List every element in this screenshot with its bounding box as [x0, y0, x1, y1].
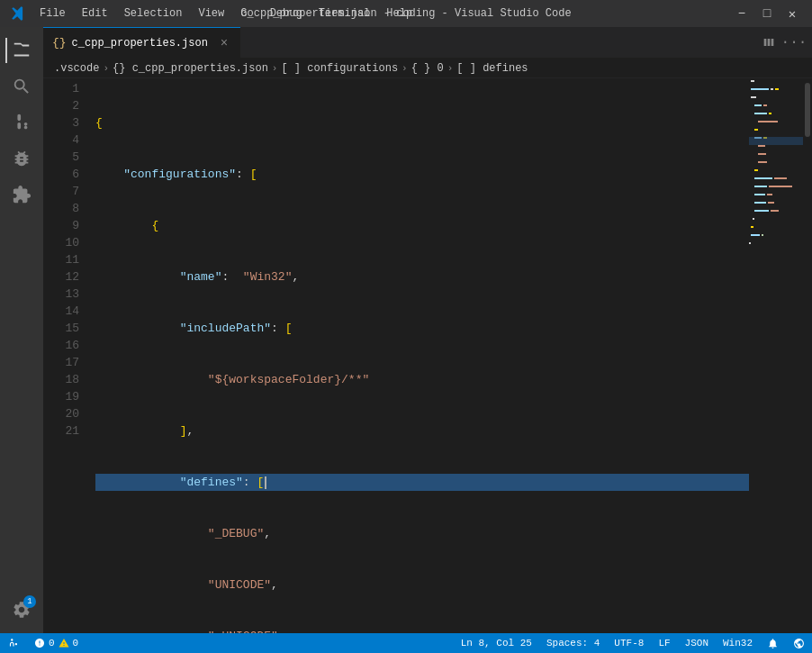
code-line-6: "${workspaceFolder}/**" [95, 371, 749, 388]
status-left: 0 0 [0, 633, 86, 653]
status-notifications-bell[interactable] [760, 633, 786, 653]
tab-label: c_cpp_properties.json [72, 37, 208, 50]
split-editor-button[interactable] [758, 32, 780, 53]
source-control-icon[interactable] [5, 106, 38, 139]
breadcrumb-sep-2: › [272, 63, 278, 74]
files-icon[interactable] [5, 34, 38, 67]
tab-bar-actions: ··· [758, 27, 812, 58]
code-line-5: "includePath": [ [95, 320, 749, 337]
code-line-7: ], [95, 422, 749, 440]
status-language[interactable]: JSON [678, 633, 716, 653]
maximize-button[interactable]: □ [756, 6, 778, 21]
breadcrumb-sep-1: › [103, 63, 109, 74]
more-actions-button[interactable]: ··· [783, 32, 805, 53]
tab-c-cpp-properties[interactable]: {} c_cpp_properties.json × [43, 27, 240, 58]
code-line-11: "_UNICODE" [95, 628, 749, 633]
editor-content[interactable]: 1 2 3 4 5 6 7 8 9 10 11 12 13 14 15 16 1… [43, 78, 812, 633]
close-button[interactable]: ✕ [781, 6, 803, 21]
title-bar-right: − □ ✕ [731, 6, 803, 21]
status-encoding[interactable]: UTF-8 [607, 633, 651, 653]
code-line-3: { [95, 217, 749, 234]
encoding-label: UTF-8 [614, 638, 644, 648]
title-bar: File Edit Selection View Go Debug Termin… [0, 0, 812, 27]
cursor-position-label: Ln 8, Col 25 [461, 638, 532, 648]
breadcrumb-sep-3: › [401, 63, 408, 74]
scrollbar-thumb[interactable] [805, 83, 810, 137]
breadcrumb-file[interactable]: {} c_cpp_properties.json [113, 62, 268, 75]
tab-bar: {} c_cpp_properties.json × ··· [43, 27, 812, 59]
status-branch[interactable] [0, 633, 27, 653]
minimap [749, 78, 803, 633]
minimize-button[interactable]: − [731, 6, 753, 21]
breadcrumb-vscode[interactable]: .vscode [54, 62, 99, 75]
tab-file-icon: {} [52, 36, 67, 50]
extensions-icon[interactable] [5, 178, 38, 211]
error-count: 0 [49, 638, 55, 648]
code-line-9: "_DEBUG", [95, 525, 749, 542]
menu-file[interactable]: File [32, 5, 73, 23]
code-line-4: "name": "Win32", [95, 268, 749, 286]
vscode-logo-icon [9, 5, 25, 22]
language-label: JSON [685, 638, 708, 648]
menu-selection[interactable]: Selection [117, 5, 190, 23]
main-layout: 1 {} c_cpp_properties.json × ··· .vscod [0, 27, 812, 633]
code-line-2: "configurations": [ [95, 166, 749, 183]
code-line-8: "defines": [ [95, 474, 749, 491]
breadcrumb-configurations[interactable]: [ ] configurations [281, 62, 398, 75]
status-right: Ln 8, Col 25 Spaces: 4 UTF-8 LF JSON Win… [454, 633, 812, 653]
code-line-10: "UNICODE", [95, 576, 749, 594]
platform-label: Win32 [723, 638, 753, 648]
editor-area: {} c_cpp_properties.json × ··· .vscode ›… [43, 27, 812, 633]
tab-close-button[interactable]: × [217, 36, 231, 50]
line-numbers: 1 2 3 4 5 6 7 8 9 10 11 12 13 14 15 16 1… [43, 78, 88, 633]
status-spaces[interactable]: Spaces: 4 [539, 633, 607, 653]
warning-count: 0 [73, 638, 79, 648]
activity-bar: 1 [0, 27, 43, 633]
breadcrumb-sep-4: › [447, 63, 454, 74]
status-platform[interactable]: Win32 [716, 633, 760, 653]
breadcrumb-index[interactable]: { } 0 [411, 62, 444, 75]
status-errors[interactable]: 0 0 [27, 633, 86, 653]
settings-badge: 1 [23, 595, 36, 608]
window-title: c_cpp_properties.json - coding - Visual … [240, 7, 571, 20]
code-line-1: { [95, 114, 749, 132]
vertical-scrollbar[interactable] [803, 78, 812, 633]
status-bar: 0 0 Ln 8, Col 25 Spaces: 4 UTF-8 LF JSON… [0, 633, 812, 653]
menu-edit[interactable]: Edit [75, 5, 115, 23]
status-line-ending[interactable]: LF [651, 633, 677, 653]
menu-view[interactable]: View [191, 5, 231, 23]
search-icon[interactable] [5, 70, 38, 103]
spaces-label: Spaces: 4 [546, 638, 600, 648]
settings-icon[interactable]: 1 [5, 594, 38, 626]
breadcrumb-defines[interactable]: [ ] defines [456, 62, 528, 75]
status-remote[interactable] [786, 633, 812, 653]
line-ending-label: LF [658, 638, 670, 648]
minimap-canvas [749, 78, 803, 439]
breadcrumb: .vscode › {} c_cpp_properties.json › [ ]… [43, 59, 812, 78]
status-cursor-position[interactable]: Ln 8, Col 25 [454, 633, 539, 653]
debug-icon[interactable] [5, 142, 38, 175]
code-editor[interactable]: { "configurations": [ { "name": "Win32",… [88, 78, 749, 633]
